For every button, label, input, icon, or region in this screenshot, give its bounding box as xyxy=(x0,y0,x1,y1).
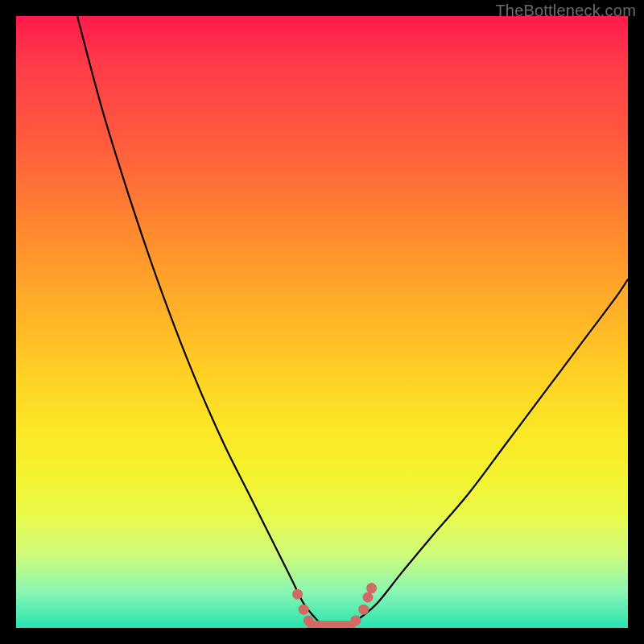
valley-marker xyxy=(299,605,309,615)
left-curve xyxy=(77,16,322,625)
chart-svg xyxy=(16,16,628,628)
chart-frame: TheBottleneck.com xyxy=(0,0,644,644)
plot-area xyxy=(16,16,628,628)
valley-marker xyxy=(366,583,377,593)
valley-marker xyxy=(363,592,374,603)
valley-marker xyxy=(292,589,303,600)
valley-flat-bar xyxy=(307,621,356,628)
right-curve xyxy=(346,279,628,625)
watermark-text: TheBottleneck.com xyxy=(495,2,636,20)
valley-marker xyxy=(358,605,369,615)
